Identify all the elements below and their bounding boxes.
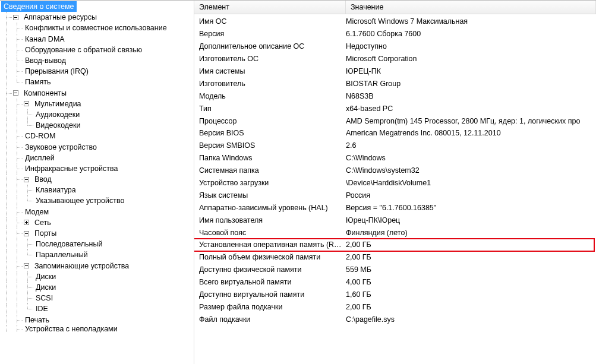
cell-element: Часовой пояс <box>199 229 346 237</box>
table-row[interactable]: Системная папкаC:\Windows\system32 <box>194 164 596 177</box>
tree-item-infrared[interactable]: Инфракрасные устройства <box>1 163 194 174</box>
tree-label: Диски <box>33 271 58 282</box>
tree-label: Прерывания (IRQ) <box>23 66 91 77</box>
cell-value: Финляндия (лето) <box>346 229 596 237</box>
cell-value: C:\pagefile.sys <box>346 315 596 324</box>
tree-label: Сеть <box>32 217 53 228</box>
collapse-icon[interactable] <box>12 90 19 97</box>
tree-item-ide[interactable]: IDE <box>1 303 194 314</box>
tree-item-network[interactable]: Сеть <box>1 217 194 228</box>
tree-item-storage[interactable]: Запоминающие устройства <box>1 261 194 271</box>
tree-item-ports[interactable]: Порты <box>1 228 194 239</box>
cell-element: Версия SMBIOS <box>199 141 346 150</box>
table-row[interactable]: Изготовитель ОСMicrosoft Corporation <box>194 53 596 65</box>
cell-element: Модель <box>199 92 346 100</box>
cell-element: Имя ОС <box>199 17 346 26</box>
tree-item-audio-codecs[interactable]: Аудиокодеки <box>1 109 194 120</box>
tree-item-scsi[interactable]: SCSI <box>1 293 194 303</box>
table-row[interactable]: Доступно физической памяти559 МБ <box>194 264 596 276</box>
table-row[interactable]: Доступно виртуальной памяти1,60 ГБ <box>194 289 596 301</box>
cell-value: 1,60 ГБ <box>346 290 596 299</box>
tree-item-multimedia[interactable]: Мультимедиа <box>1 99 194 109</box>
table-row[interactable]: Всего виртуальной памяти4,00 ГБ <box>194 276 596 289</box>
collapse-icon[interactable] <box>23 100 30 107</box>
tree-item-disks[interactable]: Диски <box>1 271 194 282</box>
expand-icon[interactable] <box>23 219 30 226</box>
column-header-value[interactable]: Значение <box>346 1 596 14</box>
tree-item-hardware-resources[interactable]: Аппаратные ресурсы <box>1 12 194 23</box>
table-row[interactable]: Размер файла подкачки2,00 ГБ <box>194 300 596 313</box>
tree-label: Параллельный <box>33 249 90 260</box>
cell-value: ЮРЕЦ-ПК <box>346 67 596 75</box>
tree-item-display[interactable]: Дисплей <box>1 153 194 163</box>
cell-value: Версия = "6.1.7600.16385" <box>346 204 596 212</box>
cell-element: Аппаратно-зависимый уровень (HAL) <box>199 204 346 212</box>
tree-item-modem[interactable]: Модем <box>1 207 194 217</box>
tree-item-pointing-device[interactable]: Указывающее устройство <box>1 195 194 206</box>
table-row[interactable]: Полный объем физической памяти2,00 ГБ <box>194 251 596 264</box>
cell-value: AMD Sempron(tm) 145 Processor, 2800 МГц,… <box>346 117 596 125</box>
table-row[interactable]: ПроцессорAMD Sempron(tm) 145 Processor, … <box>194 115 596 127</box>
table-row[interactable]: Устройство загрузки\Device\HarddiskVolum… <box>194 177 596 189</box>
cell-value: \Device\HarddiskVolume1 <box>346 179 596 187</box>
column-header-element[interactable]: Элемент <box>194 1 346 14</box>
tree-item-cdrom[interactable]: CD-ROM <box>1 131 194 141</box>
cell-value: Microsoft Windows 7 Максимальная <box>346 17 596 26</box>
table-row[interactable]: Аппаратно-зависимый уровень (HAL)Версия … <box>194 201 596 214</box>
cell-element: Всего виртуальной памяти <box>199 278 346 286</box>
tree-item-video-codecs[interactable]: Видеокодеки <box>1 120 194 131</box>
cell-value: Юрец-ПК\Юрец <box>346 216 596 224</box>
tree-label: Канал DMA <box>23 34 67 45</box>
tree-item-serial[interactable]: Последовательный <box>1 239 194 249</box>
table-row[interactable]: Имя ОСMicrosoft Windows 7 Максимальная <box>194 15 596 28</box>
table-row[interactable]: Типx64-based PC <box>194 102 596 115</box>
tree-item-dma[interactable]: Канал DMA <box>1 34 194 45</box>
tree-label: Ввод <box>32 174 54 185</box>
tree-item-disks[interactable]: Диски <box>1 282 194 293</box>
tree-pane[interactable]: Сведения о системе Аппаратные ресурсы Ко… <box>0 1 194 364</box>
table-row[interactable]: Версия BIOSAmerican Megatrends Inc. 0800… <box>194 127 596 140</box>
tree-label: Модем <box>23 207 51 217</box>
tree-item-io[interactable]: Ввод-вывод <box>1 55 194 66</box>
table-row[interactable]: Файл подкачкиC:\pagefile.sys <box>194 313 596 325</box>
table-row[interactable]: Имя пользователяЮрец-ПК\Юрец <box>194 214 596 226</box>
tree-label: Компоненты <box>21 88 69 99</box>
tree-item-keyboard[interactable]: Клавиатура <box>1 185 194 195</box>
tree-item-input[interactable]: Ввод <box>1 174 194 185</box>
tree-item-parallel[interactable]: Параллельный <box>1 249 194 260</box>
tree: Сведения о системе Аппаратные ресурсы Ко… <box>0 1 194 333</box>
tree-label: Инфракрасные устройства <box>23 163 120 174</box>
table-row[interactable]: ИзготовительBIOSTAR Group <box>194 77 596 90</box>
tree-item-conflicts[interactable]: Конфликты и совместное использование <box>1 23 194 33</box>
table-row[interactable]: Дополнительное описание ОСНедоступно <box>194 40 596 53</box>
table-header: Элемент Значение <box>194 1 596 14</box>
tree-item-memory[interactable]: Память <box>1 77 194 87</box>
collapse-icon[interactable] <box>23 262 30 270</box>
tree-item-sound-device[interactable]: Звуковое устройство <box>1 141 194 152</box>
tree-item-forced-hardware[interactable]: Оборудование с обратной связью <box>1 45 194 55</box>
cell-value: C:\Windows <box>346 154 596 162</box>
tree-label: Клавиатура <box>33 185 78 195</box>
tree-label: Указывающее устройство <box>33 195 127 206</box>
table-row[interactable]: Часовой поясФинляндия (лето) <box>194 226 596 239</box>
collapse-icon[interactable] <box>23 176 30 183</box>
table-row[interactable]: МодельN68S3B <box>194 90 596 102</box>
table-row[interactable]: Версия SMBIOS2.6 <box>194 140 596 152</box>
collapse-icon[interactable] <box>23 230 30 237</box>
cell-element: Установленная оперативная память (RA... <box>199 240 346 249</box>
tree-label: Аппаратные ресурсы <box>21 12 99 23</box>
tree-label: Память <box>23 77 53 87</box>
table-row[interactable]: Установленная оперативная память (RA...2… <box>194 239 596 251</box>
tree-item-irq[interactable]: Прерывания (IRQ) <box>1 66 194 77</box>
tree-item-components[interactable]: Компоненты <box>1 88 194 99</box>
table-row[interactable]: Версия6.1.7600 Сборка 7600 <box>194 28 596 40</box>
table-row[interactable]: Язык системыРоссия <box>194 189 596 201</box>
table-row[interactable]: Имя системыЮРЕЦ-ПК <box>194 65 596 78</box>
table-row[interactable]: Папка WindowsC:\Windows <box>194 152 596 164</box>
tree-label: SCSI <box>33 293 55 303</box>
tree-item-problem-devices[interactable]: Устройства с неполадками <box>1 325 194 333</box>
tree-label: Аудиокодеки <box>33 109 82 120</box>
collapse-icon[interactable] <box>12 14 19 21</box>
tree-item-printing[interactable]: Печать <box>1 314 194 325</box>
tree-root-system-summary[interactable]: Сведения о системе <box>1 1 194 12</box>
